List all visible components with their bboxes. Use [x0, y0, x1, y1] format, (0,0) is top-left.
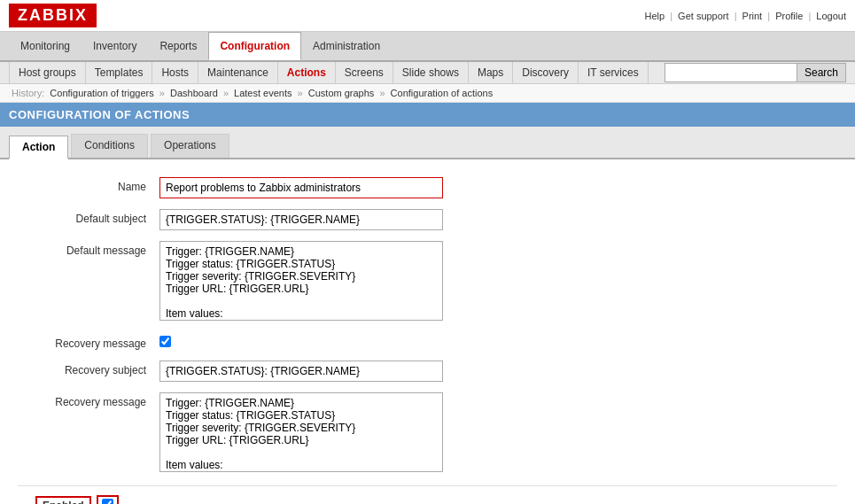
recovery-message-checkbox[interactable]	[159, 336, 171, 347]
logo: ZABBIX	[9, 4, 97, 27]
enabled-row: Enabled	[18, 485, 837, 504]
form-row-default-subject: Default subject	[18, 209, 837, 230]
subnav-screens[interactable]: Screens	[336, 62, 393, 83]
breadcrumb: History: Configuration of triggers » Das…	[0, 84, 855, 103]
name-field-wrap	[159, 177, 837, 198]
subnav-host-groups[interactable]: Host groups	[9, 62, 86, 83]
name-input[interactable]	[159, 177, 443, 198]
nav-monitoring[interactable]: Monitoring	[9, 32, 82, 60]
subnav-maps[interactable]: Maps	[469, 62, 513, 83]
profile-link[interactable]: Profile	[775, 11, 803, 21]
nav-administration[interactable]: Administration	[301, 32, 392, 60]
recovery-subject-input[interactable]	[159, 361, 443, 382]
logout-link[interactable]: Logout	[816, 11, 846, 21]
nav-configuration[interactable]: Configuration	[208, 32, 301, 60]
breadcrumb-link-1[interactable]: Configuration of triggers	[50, 88, 153, 98]
recovery-message-textarea-wrap: Trigger: {TRIGGER.NAME} Trigger status: …	[159, 392, 837, 475]
recovery-message-checkbox-wrap	[159, 334, 837, 350]
breadcrumb-link-5[interactable]: Configuration of actions	[391, 88, 494, 98]
recovery-message-text-label: Recovery message	[18, 392, 159, 408]
sub-nav: Host groups Templates Hosts Maintenance …	[0, 62, 855, 84]
subnav-discovery[interactable]: Discovery	[513, 62, 579, 83]
form-row-recovery-message-text: Recovery message Trigger: {TRIGGER.NAME}…	[18, 392, 837, 475]
form-row-recovery-subject: Recovery subject	[18, 361, 837, 382]
subnav-it-services[interactable]: IT services	[579, 62, 649, 83]
default-subject-label: Default subject	[18, 209, 159, 225]
tabs: Action Conditions Operations	[0, 127, 855, 159]
recovery-subject-label: Recovery subject	[18, 361, 159, 376]
enabled-checkbox[interactable]	[102, 499, 113, 504]
help-link[interactable]: Help	[644, 11, 665, 21]
subnav-templates[interactable]: Templates	[86, 62, 153, 83]
subnav-slide-shows[interactable]: Slide shows	[393, 62, 469, 83]
enabled-label: Enabled	[35, 496, 91, 504]
recovery-subject-field-wrap	[159, 361, 837, 382]
subnav-maintenance[interactable]: Maintenance	[198, 62, 278, 83]
subnav-hosts[interactable]: Hosts	[152, 62, 198, 83]
form-row-name: Name	[18, 177, 837, 198]
form-row-recovery-message-check: Recovery message	[18, 334, 837, 350]
subnav-actions[interactable]: Actions	[278, 62, 336, 83]
breadcrumb-link-4[interactable]: Custom graphs	[308, 88, 375, 98]
main-nav: Monitoring Inventory Reports Configurati…	[0, 32, 855, 62]
default-subject-input[interactable]	[159, 209, 443, 230]
recovery-message-textarea[interactable]: Trigger: {TRIGGER.NAME} Trigger status: …	[159, 392, 443, 472]
get-support-link[interactable]: Get support	[678, 11, 728, 21]
search-button[interactable]: Search	[797, 63, 846, 82]
nav-inventory[interactable]: Inventory	[82, 32, 148, 60]
tab-conditions[interactable]: Conditions	[71, 134, 148, 158]
top-links: Help | Get support | Print | Profile | L…	[644, 11, 846, 21]
page-header: CONFIGURATION OF ACTIONS	[0, 103, 855, 127]
name-label: Name	[18, 177, 159, 193]
nav-reports[interactable]: Reports	[148, 32, 208, 60]
search-box: Search	[665, 63, 846, 82]
tab-operations[interactable]: Operations	[151, 134, 229, 158]
default-subject-field-wrap	[159, 209, 837, 230]
breadcrumb-link-2[interactable]: Dashboard	[170, 88, 218, 98]
default-message-label: Default message	[18, 241, 159, 257]
enabled-checkbox-wrap	[97, 495, 119, 504]
recovery-message-check-label: Recovery message	[18, 334, 159, 350]
content: Name Default subject Default message Tri…	[0, 159, 855, 504]
form-row-default-message: Default message Trigger: {TRIGGER.NAME} …	[18, 241, 837, 323]
default-message-field-wrap: Trigger: {TRIGGER.NAME} Trigger status: …	[159, 241, 837, 323]
breadcrumb-prefix: History:	[12, 88, 44, 98]
breadcrumb-link-3[interactable]: Latest events	[234, 88, 291, 98]
search-input[interactable]	[665, 63, 797, 82]
default-message-textarea[interactable]: Trigger: {TRIGGER.NAME} Trigger status: …	[159, 241, 443, 321]
tab-action[interactable]: Action	[9, 136, 68, 159]
top-bar: ZABBIX Help | Get support | Print | Prof…	[0, 0, 855, 32]
print-link[interactable]: Print	[742, 11, 763, 21]
